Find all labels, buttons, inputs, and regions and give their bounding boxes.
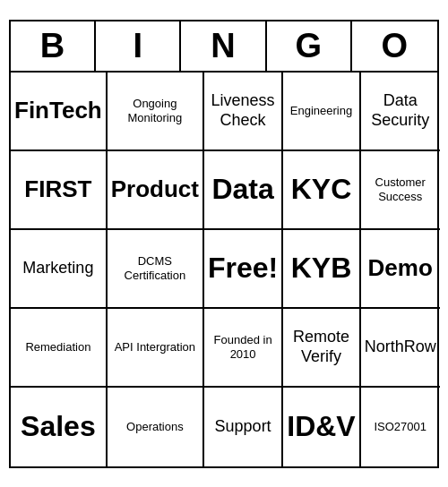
cell-text: FIRST bbox=[24, 175, 91, 203]
cell-text: NorthRow bbox=[365, 337, 436, 357]
cell-text: Customer Success bbox=[365, 175, 436, 203]
bingo-cell: Free! bbox=[204, 230, 283, 309]
bingo-grid: FinTechOngoing MonitoringLiveness CheckE… bbox=[11, 73, 437, 466]
bingo-cell: DCMS Certification bbox=[108, 230, 204, 309]
bingo-cell: Operations bbox=[108, 388, 204, 466]
bingo-cell: Product bbox=[108, 151, 204, 230]
bingo-cell: Ongoing Monitoring bbox=[108, 73, 204, 151]
cell-text: KYC bbox=[291, 172, 352, 206]
bingo-cell: KYB bbox=[283, 230, 360, 309]
cell-text: Data Security bbox=[365, 91, 436, 130]
bingo-cell: Founded in 2010 bbox=[204, 309, 283, 388]
header-letter: B bbox=[11, 21, 96, 71]
bingo-card: BINGO FinTechOngoing MonitoringLiveness … bbox=[9, 20, 439, 468]
cell-text: Engineering bbox=[290, 104, 352, 118]
cell-text: Founded in 2010 bbox=[208, 333, 278, 361]
cell-text: KYB bbox=[291, 251, 352, 285]
bingo-cell: FinTech bbox=[11, 73, 108, 151]
header-letter: G bbox=[267, 21, 352, 71]
cell-text: Remote Verify bbox=[287, 328, 355, 366]
bingo-cell: Demo bbox=[361, 230, 440, 309]
cell-text: Demo bbox=[368, 254, 433, 282]
bingo-cell: Remote Verify bbox=[283, 309, 360, 388]
header-letter: I bbox=[96, 21, 181, 71]
header-letter: N bbox=[181, 21, 266, 71]
cell-text: Ongoing Monitoring bbox=[111, 97, 199, 124]
bingo-cell: Marketing bbox=[11, 230, 108, 309]
cell-text: API Intergration bbox=[115, 340, 195, 355]
bingo-cell: API Intergration bbox=[108, 309, 204, 388]
cell-text: Support bbox=[215, 417, 271, 437]
cell-text: ISO27001 bbox=[374, 420, 426, 434]
cell-text: Product bbox=[111, 175, 199, 203]
cell-text: Liveness Check bbox=[208, 91, 278, 130]
cell-text: FinTech bbox=[14, 97, 102, 124]
bingo-header: BINGO bbox=[11, 21, 437, 73]
bingo-cell: Engineering bbox=[283, 73, 360, 151]
cell-text: Free! bbox=[208, 251, 278, 285]
header-letter: O bbox=[352, 21, 437, 71]
bingo-cell: ID&V bbox=[283, 388, 360, 466]
bingo-cell: Liveness Check bbox=[204, 73, 283, 151]
bingo-cell: Sales bbox=[11, 388, 108, 466]
cell-text: ID&V bbox=[287, 409, 355, 443]
bingo-cell: Support bbox=[204, 388, 283, 466]
cell-text: Data bbox=[211, 172, 273, 206]
cell-text: Sales bbox=[21, 409, 96, 443]
bingo-cell: Remediation bbox=[11, 309, 108, 388]
bingo-cell: FIRST bbox=[11, 151, 108, 230]
bingo-cell: KYC bbox=[283, 151, 360, 230]
cell-text: DCMS Certification bbox=[111, 254, 199, 282]
bingo-cell: Data bbox=[204, 151, 283, 230]
cell-text: Marketing bbox=[22, 259, 93, 278]
bingo-cell: Data Security bbox=[361, 73, 440, 151]
cell-text: Remediation bbox=[25, 340, 90, 355]
cell-text: Operations bbox=[126, 420, 184, 434]
bingo-cell: NorthRow bbox=[361, 309, 440, 388]
bingo-cell: ISO27001 bbox=[361, 388, 440, 466]
bingo-cell: Customer Success bbox=[361, 151, 440, 230]
